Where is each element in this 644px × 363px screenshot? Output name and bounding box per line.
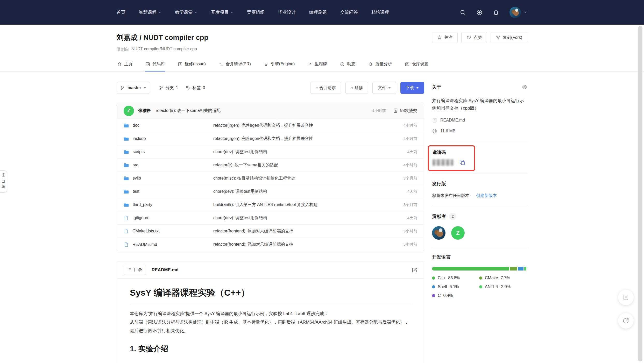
nav-item-competitions[interactable]: 竞赛组织 <box>247 9 265 15</box>
add-icon[interactable] <box>476 9 483 16</box>
contributors-section-title: 贡献者 2 <box>432 213 527 220</box>
file-commit-message[interactable]: build(antlr): 引入第三方 ANTLR4 runtime/tool … <box>213 202 384 208</box>
language-color-dot <box>479 276 482 280</box>
file-commit-message[interactable]: chore(dev): 调整test用例结构 <box>213 149 384 155</box>
forked-from-link[interactable]: NUDT compiler/NUDT compiler cpp <box>131 47 197 52</box>
nav-item-coding-practice[interactable]: 编程刷题 <box>309 9 327 15</box>
folder-icon <box>124 176 129 181</box>
file-commit-message[interactable]: chore(dev): 调整test用例结构 <box>213 189 384 194</box>
tag-icon <box>186 86 190 90</box>
file-commit-time: 4小时前 <box>384 136 417 141</box>
like-button[interactable]: 点赞 <box>461 32 487 43</box>
toc-button[interactable]: 目录 <box>124 265 146 275</box>
folder-icon <box>124 162 129 168</box>
download-button[interactable]: 下载 <box>400 82 424 94</box>
create-release-link[interactable]: 创建新版本 <box>476 193 497 198</box>
file-commit-message[interactable]: refactor(frontend): 添加对只编译前端的支持 <box>213 229 384 234</box>
nav-item-smart-courses[interactable]: 智慧课程 <box>139 9 161 15</box>
file-name-link[interactable]: README.md <box>124 242 213 247</box>
forked-from: 复刻自 NUDT compiler/NUDT compiler cpp <box>117 47 527 52</box>
share-button[interactable] <box>618 313 634 329</box>
file-icon <box>124 229 129 234</box>
toc-side-tab[interactable]: 目录 <box>0 170 7 193</box>
fork-button[interactable]: 复刻(Fork) <box>491 32 527 43</box>
star-icon <box>437 35 442 40</box>
feedback-edit-icon <box>622 294 629 301</box>
avatar[interactable] <box>509 7 521 18</box>
branches-link[interactable]: 分支 1 <box>159 85 178 91</box>
file-commit-message[interactable]: refactor(frontend): 添加对只编译前端的支持 <box>213 242 384 247</box>
file-name-link[interactable]: sylib <box>124 176 213 181</box>
folder-icon <box>124 149 129 155</box>
repo-tabs: 主页 代码库 疑修(Issue) 合并请求(PR) 引擎(Engine) 里程碑… <box>117 58 527 71</box>
tab-repo-settings[interactable]: 仓库设置 <box>404 58 429 71</box>
branch-icon <box>121 86 125 90</box>
tab-quality-analysis[interactable]: 质量分析 <box>368 58 392 71</box>
tab-code[interactable]: 代码库 <box>145 58 165 71</box>
file-name-link[interactable]: third_party <box>124 202 213 208</box>
nav-item-qa[interactable]: 交流问答 <box>340 9 358 15</box>
tab-milestone[interactable]: 里程碑 <box>307 58 328 71</box>
file-commit-message[interactable]: refactor(irgen): 完善irgen代码和文档，提升扩展兼容性 <box>213 136 384 141</box>
tab-activity[interactable]: 动态 <box>339 58 356 71</box>
user-menu[interactable] <box>509 7 527 18</box>
file-commit-message[interactable]: refactor(ir): 改一下sema相关的适配 <box>213 162 384 168</box>
divider <box>432 141 527 141</box>
copy-icon[interactable] <box>459 159 466 166</box>
branch-icon <box>159 86 163 90</box>
readme-link[interactable]: README.md <box>432 118 527 123</box>
nav-item-graduation[interactable]: 毕业设计 <box>278 9 296 15</box>
edit-icon[interactable] <box>412 267 417 273</box>
language-item: CMake 7.7% <box>479 276 527 280</box>
new-merge-request-button[interactable]: + 合并请求 <box>310 82 341 94</box>
tags-link[interactable]: 标签 0 <box>186 85 205 91</box>
watch-button[interactable]: 关注 <box>432 32 458 43</box>
contributor-avatar[interactable] <box>432 226 445 240</box>
search-icon[interactable] <box>460 9 466 16</box>
gear-icon[interactable] <box>522 84 527 90</box>
commit-author[interactable]: 张雅静 <box>138 108 151 113</box>
file-commit-message[interactable]: chore(dev): 调整test用例结构 <box>213 215 384 221</box>
nav-item-home[interactable]: 首页 <box>117 9 125 15</box>
package-icon <box>432 129 437 134</box>
file-commit-message[interactable]: chore(misc): 按目录结构设计初始化工程骨架 <box>213 176 384 181</box>
file-commit-time: 4小时前 <box>384 163 417 168</box>
heart-icon <box>466 35 471 40</box>
tags-count: 0 <box>203 86 205 90</box>
commit-message[interactable]: refactor(ir): 改一下sema相关的适配 <box>156 108 221 113</box>
file-commit-time: 5小时前 <box>384 229 417 234</box>
nav-item-teaching[interactable]: 教学课堂 <box>175 9 197 15</box>
scrollbar[interactable] <box>638 26 642 361</box>
file-name-link[interactable]: CMakeLists.txt <box>124 229 213 234</box>
commits-link[interactable]: 98次提交 <box>393 108 417 113</box>
chevron-down-icon <box>523 10 527 14</box>
commit-author-avatar[interactable]: Z <box>124 106 134 116</box>
file-commit-time: 4小时前 <box>384 123 417 128</box>
share-icon <box>622 317 629 324</box>
nav-item-dev-projects[interactable]: 开发项目 <box>211 9 233 15</box>
tab-engine[interactable]: 引擎(Engine) <box>263 58 295 71</box>
table-row: include refactor(irgen): 完善irgen代码和文档，提升… <box>117 132 424 145</box>
file-name-link[interactable]: src <box>124 162 213 168</box>
file-name-link[interactable]: test <box>124 189 213 194</box>
nav-item-training[interactable]: 精培课程 <box>371 9 389 15</box>
file-commit-message[interactable]: refactor(irgen): 完善irgen代码和文档，提升扩展兼容性 <box>213 123 384 128</box>
language-color-dot <box>432 276 435 280</box>
repo-size: 11.6 MB <box>432 129 527 134</box>
file-name-link[interactable]: doc <box>124 123 213 128</box>
tab-pull-request[interactable]: 合并请求(PR) <box>218 58 251 71</box>
file-name-link[interactable]: .gitignore <box>124 215 213 220</box>
notifications-icon[interactable] <box>493 9 499 16</box>
chevron-down-icon <box>144 87 146 89</box>
file-name-link[interactable]: scripts <box>124 149 213 155</box>
file-name-link[interactable]: include <box>124 136 213 141</box>
chevron-down-icon <box>158 11 161 14</box>
branch-select[interactable]: master <box>117 82 150 94</box>
file-icon <box>124 242 129 247</box>
file-menu-button[interactable]: 文件 <box>372 82 396 94</box>
new-issue-button[interactable]: + 疑修 <box>345 82 368 94</box>
contributor-avatar[interactable]: Z <box>451 226 465 240</box>
tab-issue[interactable]: 疑修(Issue) <box>177 58 206 71</box>
tab-home[interactable]: 主页 <box>117 58 133 71</box>
feedback-button[interactable] <box>618 290 634 305</box>
